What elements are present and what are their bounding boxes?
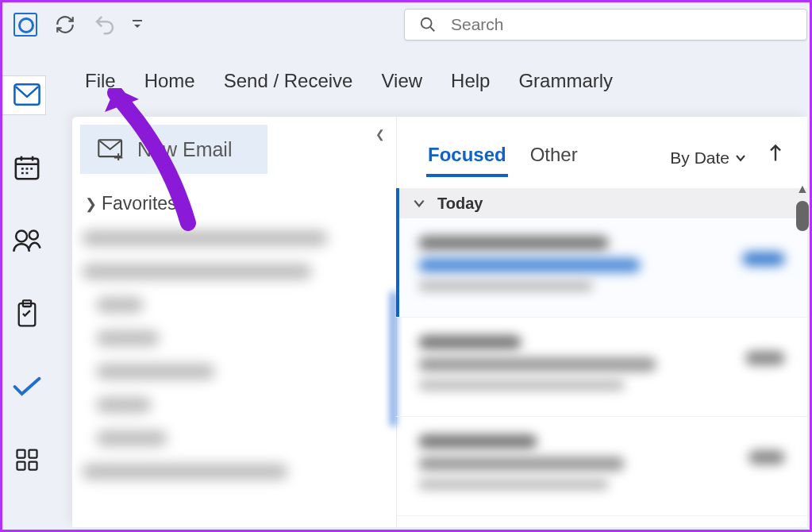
tab-focused-inbox[interactable]: Focused [428,144,506,174]
search-input[interactable] [451,15,752,34]
chevron-down-icon [412,196,426,210]
chevron-down-icon [734,152,747,164]
favorites-toggle[interactable]: ❯ Favorites [85,193,396,214]
rail-people-icon[interactable] [11,225,43,256]
svg-rect-2 [14,84,39,105]
svg-point-1 [421,18,432,29]
svg-rect-8 [17,450,25,458]
main-panel: ❮ New Email ❯ Favorites Focused Other By [72,117,807,527]
tab-home[interactable]: Home [144,70,195,92]
message-pane-header: Focused Other By Date [396,117,807,174]
rail-mail-icon[interactable] [11,79,43,110]
message-item[interactable] [396,218,807,318]
chevron-right-icon: ❯ [85,195,97,213]
message-item[interactable] [396,318,807,417]
sort-by-dropdown[interactable]: By Date [670,148,747,168]
scroll-up-icon[interactable]: ▲ [794,182,811,196]
tab-view[interactable]: View [381,70,422,92]
tab-send-receive[interactable]: Send / Receive [224,70,353,92]
rail-calendar-icon[interactable] [11,152,43,183]
group-header-today[interactable]: Today [396,188,807,218]
vertical-scrollbar[interactable]: ▲ [794,182,811,236]
tab-file[interactable]: File [85,70,116,92]
mail-plus-icon [98,138,125,160]
message-item[interactable] [396,417,807,516]
search-icon [419,16,437,33]
new-email-label: New Email [137,138,232,161]
svg-rect-11 [29,462,37,470]
svg-point-5 [29,231,38,240]
folder-list-blurred [82,230,396,480]
undo-icon[interactable] [93,13,117,37]
tab-help[interactable]: Help [451,70,490,92]
svg-point-4 [16,231,27,242]
refresh-icon[interactable] [55,14,75,35]
tab-grammarly[interactable]: Grammarly [518,70,613,92]
rail-apps-icon[interactable] [11,444,43,476]
search-box[interactable] [404,9,807,40]
qat-dropdown-icon[interactable] [131,18,144,31]
navigation-rail [2,58,52,530]
scroll-thumb[interactable] [796,201,809,231]
sort-direction-icon[interactable] [768,144,783,168]
tab-other-inbox[interactable]: Other [530,144,578,174]
outlook-logo-icon [13,13,37,37]
scrollbar-thumb[interactable] [391,291,396,426]
svg-rect-9 [29,450,37,458]
ribbon-tabs: File Home Send / Receive View Help Gramm… [85,70,613,92]
svg-rect-10 [17,462,25,470]
favorites-label: Favorites [102,193,177,214]
new-email-button[interactable]: New Email [80,125,267,174]
folder-pane: ❮ New Email ❯ Favorites [72,117,396,527]
svg-rect-0 [133,20,142,21]
message-list-pane: Focused Other By Date Today [396,117,807,527]
rail-todo-icon[interactable] [11,371,43,403]
collapse-folder-pane-icon[interactable]: ❮ [375,128,385,141]
rail-notes-icon[interactable] [11,298,43,330]
